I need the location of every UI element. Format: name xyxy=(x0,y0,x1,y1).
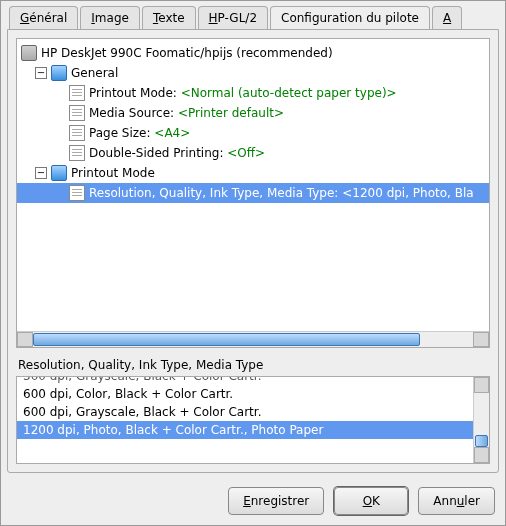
tree-label: Resolution, Quality, Ink Type, Media Typ… xyxy=(89,186,474,200)
option-value: <1200 dpi, Photo, Bla xyxy=(342,186,473,200)
ok-button[interactable]: OK xyxy=(334,487,408,515)
options-tree: HP DeskJet 990C Foomatic/hpijs (recommen… xyxy=(16,38,490,348)
option-value: <A4> xyxy=(154,126,190,140)
tree-label: Printout Mode xyxy=(71,166,155,180)
scroll-left-button[interactable] xyxy=(17,332,33,347)
printer-driver-config-dialog: Général Image Texte HP-GL/2 Configuratio… xyxy=(0,0,506,526)
tab-extra[interactable]: A xyxy=(432,6,462,29)
document-icon xyxy=(69,105,85,121)
tree-label: HP DeskJet 990C Foomatic/hpijs (recommen… xyxy=(41,46,333,60)
list-item[interactable]: 300 dpi, Grayscale, Black + Color Cartr. xyxy=(17,377,473,385)
scroll-right-button[interactable] xyxy=(473,332,489,347)
tree-node-duplex[interactable]: Double-Sided Printing: <Off> xyxy=(17,143,489,163)
list-item[interactable]: 600 dpi, Grayscale, Black + Color Cartr. xyxy=(17,403,473,421)
tree-node-page-size[interactable]: Page Size: <A4> xyxy=(17,123,489,143)
cancel-button[interactable]: Annuler xyxy=(418,487,495,515)
scroll-track[interactable] xyxy=(474,393,489,447)
tree-node-printout-mode[interactable]: Printout Mode: <Normal (auto-detect pape… xyxy=(17,83,489,103)
listbox-vertical-scrollbar[interactable] xyxy=(473,377,489,463)
scroll-up-button[interactable] xyxy=(474,377,489,393)
tree-node-media-source[interactable]: Media Source: <Printer default> xyxy=(17,103,489,123)
option-name: Double-Sided Printing: xyxy=(89,146,227,160)
document-icon xyxy=(69,85,85,101)
option-name: Media Source: xyxy=(89,106,178,120)
folder-icon xyxy=(51,165,67,181)
option-title-label: Resolution, Quality, Ink Type, Media Typ… xyxy=(18,358,488,372)
option-value: <Printer default> xyxy=(178,106,284,120)
tab-image[interactable]: Image xyxy=(80,6,140,29)
tree-node-printout-mode-group[interactable]: − Printout Mode xyxy=(17,163,489,183)
tree-node-general-group[interactable]: − General xyxy=(17,63,489,83)
scroll-track[interactable] xyxy=(33,332,473,347)
document-icon xyxy=(69,145,85,161)
collapse-icon[interactable]: − xyxy=(35,167,47,179)
document-icon xyxy=(69,185,85,201)
tabstrip: Général Image Texte HP-GL/2 Configuratio… xyxy=(1,1,505,29)
tree-label: General xyxy=(71,66,118,80)
dialog-button-row: Enregistrer OK Annuler xyxy=(1,479,505,525)
options-tree-body[interactable]: HP DeskJet 990C Foomatic/hpijs (recommen… xyxy=(17,39,489,331)
folder-icon xyxy=(51,65,67,81)
tree-label: Double-Sided Printing: <Off> xyxy=(89,146,265,160)
tab-panel: HP DeskJet 990C Foomatic/hpijs (recommen… xyxy=(7,29,499,473)
tree-horizontal-scrollbar[interactable] xyxy=(17,331,489,347)
option-name: Resolution, Quality, Ink Type, Media Typ… xyxy=(89,186,342,200)
tree-label: Printout Mode: <Normal (auto-detect pape… xyxy=(89,86,397,100)
tree-node-resolution[interactable]: Resolution, Quality, Ink Type, Media Typ… xyxy=(17,183,489,203)
save-button[interactable]: Enregistrer xyxy=(228,487,324,515)
collapse-icon[interactable]: − xyxy=(35,67,47,79)
option-value: <Off> xyxy=(227,146,265,160)
scroll-thumb[interactable] xyxy=(33,333,420,346)
list-item[interactable]: 600 dpi, Color, Black + Color Cartr. xyxy=(17,385,473,403)
option-name: Page Size: xyxy=(89,126,154,140)
option-name: Printout Mode: xyxy=(89,86,181,100)
tab-general[interactable]: Général xyxy=(9,6,78,29)
tab-driver-config[interactable]: Configuration du pilote xyxy=(270,6,430,29)
list-item[interactable]: 1200 dpi, Photo, Black + Color Cartr., P… xyxy=(17,421,473,439)
tree-label: Page Size: <A4> xyxy=(89,126,190,140)
tab-hpgl2[interactable]: HP-GL/2 xyxy=(198,6,268,29)
scroll-down-button[interactable] xyxy=(474,447,489,463)
tree-node-printer[interactable]: HP DeskJet 990C Foomatic/hpijs (recommen… xyxy=(17,43,489,63)
tab-texte[interactable]: Texte xyxy=(142,6,196,29)
tree-label: Media Source: <Printer default> xyxy=(89,106,284,120)
scroll-thumb[interactable] xyxy=(475,435,488,447)
document-icon xyxy=(69,125,85,141)
option-value: <Normal (auto-detect paper type)> xyxy=(181,86,397,100)
option-values-listbox: 300 dpi, Grayscale, Black + Color Cartr.… xyxy=(16,376,490,464)
printer-icon xyxy=(21,45,37,61)
option-values-body[interactable]: 300 dpi, Grayscale, Black + Color Cartr.… xyxy=(17,377,473,463)
